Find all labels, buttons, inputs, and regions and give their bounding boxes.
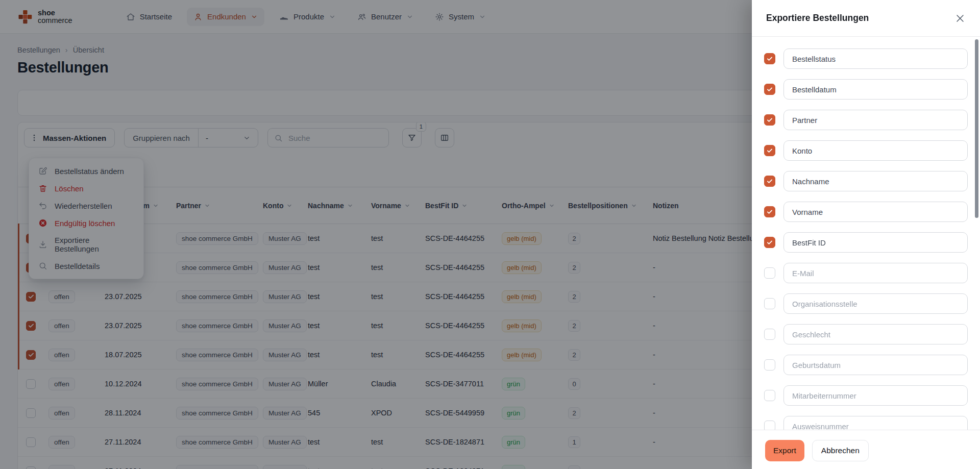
export-field-row: BestFit ID: [764, 232, 968, 253]
export-field-row: Organisationsstelle: [764, 293, 968, 314]
drawer-footer: Export Abbrechen: [752, 430, 980, 469]
check-icon: [766, 86, 773, 93]
field-box-mitarbeiternummer[interactable]: Mitarbeiternummer: [783, 385, 968, 406]
export-field-row: Mitarbeiternummer: [764, 385, 968, 406]
check-icon: [766, 55, 773, 62]
field-box-geburtsdatum[interactable]: Geburtsdatum: [783, 355, 968, 375]
cancel-button[interactable]: Abbrechen: [812, 440, 869, 461]
field-box-vorname[interactable]: Vorname: [783, 202, 968, 222]
field-label: Geburtsdatum: [792, 361, 841, 369]
field-checkbox-geschlecht[interactable]: [764, 329, 775, 340]
field-label: Konto: [792, 146, 812, 155]
field-label: Bestelldatum: [792, 85, 837, 94]
field-box-geschlecht[interactable]: Geschlecht: [783, 324, 968, 344]
check-icon: [766, 208, 773, 215]
export-field-row: Geburtsdatum: [764, 355, 968, 375]
field-label: Nachname: [792, 177, 829, 186]
field-checkbox-konto[interactable]: [764, 145, 775, 156]
field-label: Geschlecht: [792, 330, 830, 339]
field-box-bestellstatus[interactable]: Bestellstatus: [783, 48, 968, 69]
export-field-row: Partner: [764, 110, 968, 130]
field-checkbox-e-mail[interactable]: [764, 267, 775, 279]
field-checkbox-nachname[interactable]: [764, 176, 775, 187]
check-icon: [766, 147, 773, 154]
drawer-title: Exportiere Bestellungen: [766, 13, 869, 23]
field-checkbox-mitarbeiternummer[interactable]: [764, 390, 775, 401]
field-checkbox-organisationsstelle[interactable]: [764, 298, 775, 309]
field-label: Partner: [792, 116, 817, 125]
field-box-partner[interactable]: Partner: [783, 110, 968, 130]
field-box-e-mail[interactable]: E-Mail: [783, 263, 968, 283]
drawer-header: Exportiere Bestellungen: [752, 0, 980, 37]
field-box-nachname[interactable]: Nachname: [783, 171, 968, 191]
export-field-row: Geschlecht: [764, 324, 968, 344]
field-box-bestelldatum[interactable]: Bestelldatum: [783, 79, 968, 100]
field-box-organisationsstelle[interactable]: Organisationsstelle: [783, 293, 968, 314]
export-field-row: Nachname: [764, 171, 968, 191]
field-label: BestFit ID: [792, 238, 826, 247]
scrollbar-thumb[interactable]: [975, 39, 978, 218]
export-field-row: Bestelldatum: [764, 79, 968, 100]
field-label: Ausweisnummer: [792, 422, 849, 430]
export-field-row: Vorname: [764, 202, 968, 222]
field-label: E-Mail: [792, 269, 814, 278]
field-checkbox-geburtsdatum[interactable]: [764, 359, 775, 371]
field-label: Vorname: [792, 208, 823, 216]
field-label: Mitarbeiternummer: [792, 391, 856, 400]
field-checkbox-bestellstatus[interactable]: [764, 53, 775, 64]
field-checkbox-bestfit-id[interactable]: [764, 237, 775, 248]
check-icon: [766, 116, 773, 124]
check-icon: [766, 178, 773, 185]
export-orders-drawer: Exportiere Bestellungen BestellstatusBes…: [752, 0, 980, 469]
close-icon[interactable]: [953, 12, 967, 25]
export-field-row: Konto: [764, 140, 968, 161]
field-label: Organisationsstelle: [792, 300, 857, 308]
field-box-konto[interactable]: Konto: [783, 140, 968, 161]
export-field-list: BestellstatusBestelldatumPartnerKontoNac…: [752, 37, 980, 430]
field-checkbox-bestelldatum[interactable]: [764, 84, 775, 95]
export-field-row: Bestellstatus: [764, 48, 968, 69]
field-label: Bestellstatus: [792, 55, 836, 63]
check-icon: [766, 239, 773, 246]
export-field-row: Ausweisnummer: [764, 416, 968, 430]
export-field-row: E-Mail: [764, 263, 968, 283]
field-box-bestfit-id[interactable]: BestFit ID: [783, 232, 968, 253]
field-checkbox-vorname[interactable]: [764, 206, 775, 217]
field-box-ausweisnummer[interactable]: Ausweisnummer: [783, 416, 968, 430]
export-button[interactable]: Export: [765, 440, 804, 461]
field-checkbox-ausweisnummer[interactable]: [764, 421, 775, 430]
field-checkbox-partner[interactable]: [764, 114, 775, 126]
